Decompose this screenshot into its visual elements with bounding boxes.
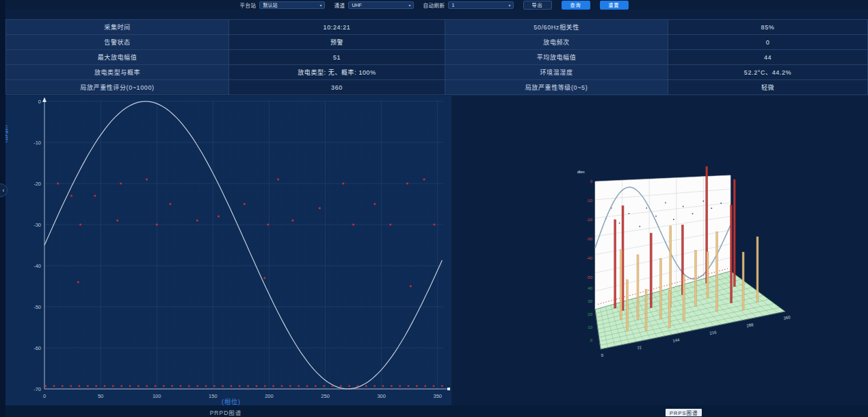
svg-text:-10: -10 [34, 140, 41, 146]
svg-text:10: 10 [588, 325, 592, 329]
svg-text:-70: -70 [34, 386, 41, 392]
table-value-cell: 360 [229, 80, 445, 95]
bottom-strip [0, 405, 868, 417]
table-value-cell: 85% [668, 20, 868, 35]
svg-text:300: 300 [377, 393, 386, 399]
prpd-x-axis-label: (相位) [222, 398, 241, 405]
toolbar-select-1[interactable]: UHF▾ [348, 1, 414, 9]
toolbar-field-label: 自动刷新 [423, 1, 445, 9]
table-label-cell: 告警状态 [6, 35, 229, 50]
toolbar-field-label: 平台站 [240, 1, 257, 9]
table-label-cell: 环境温湿度 [445, 65, 668, 80]
prps-chart-panel: dbm0-10-20-30-40-50403020100072144216288… [575, 166, 800, 366]
table-label-cell: 放电频次 [445, 35, 668, 50]
table-value-cell: 44 [668, 50, 868, 65]
chevron-down-icon: ▾ [408, 3, 410, 8]
prpd-chart: 0501001502002503003500-10-20-30-40-50-60… [5, 96, 451, 405]
svg-text:100: 100 [153, 393, 161, 399]
prpd-chart-panel: 0501001502002503003500-10-20-30-40-50-60… [5, 96, 451, 405]
table-value-cell: 放电类型: 无、概率: 100% [229, 65, 445, 80]
table-label-cell: 采集时间 [6, 20, 229, 35]
toolbar-select-value: 1 [452, 3, 455, 8]
svg-text:0: 0 [43, 393, 46, 399]
table-value-cell: 51 [229, 50, 445, 65]
svg-text:0: 0 [38, 99, 41, 105]
table-label-cell: 50/60Hz相关性 [445, 20, 668, 35]
svg-text:-20: -20 [34, 181, 41, 187]
table-value-cell: 0 [668, 35, 868, 50]
svg-text:-60: -60 [34, 345, 41, 351]
svg-text:-40: -40 [586, 256, 592, 260]
table-value-cell: 10:24:21 [229, 20, 445, 35]
svg-text:0: 0 [601, 353, 604, 358]
chevron-left-icon: ‹ [3, 187, 5, 194]
svg-text:-30: -30 [586, 237, 592, 241]
table-value-cell: 预警 [229, 35, 445, 50]
svg-text:350: 350 [434, 393, 443, 399]
svg-text:-20: -20 [586, 218, 592, 222]
toolbar-button-1[interactable]: 查询 [562, 1, 590, 10]
prps-chart-caption-badge[interactable]: PRPS图谱 [666, 409, 702, 416]
svg-text:288: 288 [746, 323, 754, 328]
svg-text:-10: -10 [586, 199, 592, 203]
table-label-cell: 局放严重性等级(0~5) [445, 80, 668, 95]
svg-text:144: 144 [672, 338, 681, 343]
toolbar-button-2[interactable]: 重置 [600, 1, 629, 10]
toolbar-select-value: 默认站 [263, 1, 278, 8]
chevron-down-icon: ▾ [319, 3, 321, 8]
table-value-cell: 轻微 [668, 80, 868, 95]
toolbar-field-2: 自动刷新1▾ [423, 1, 514, 9]
table-label-cell: 最大放电幅值 [6, 50, 229, 65]
svg-text:20: 20 [588, 312, 592, 316]
table-value-cell: 52.2°C、44.2% [668, 65, 868, 80]
toolbar-field-0: 平台站默认站▾ [240, 1, 325, 9]
toolbar-select-value: UHF [352, 3, 362, 8]
svg-text:dbm: dbm [577, 170, 585, 174]
table-label-cell: 局放严重性评分(0~1000) [6, 80, 229, 95]
table-label-cell: 平均放电幅值 [445, 50, 668, 65]
svg-text:72: 72 [637, 345, 642, 350]
svg-text:200: 200 [265, 393, 274, 399]
svg-text:-40: -40 [34, 263, 41, 269]
svg-text:-30: -30 [34, 222, 41, 228]
chevron-down-icon: ▾ [508, 3, 510, 8]
svg-text:50: 50 [98, 393, 103, 399]
top-toolbar: 平台站默认站▾通道UHF▾自动刷新1▾导出查询重置 [0, 0, 868, 10]
svg-text:150: 150 [209, 393, 218, 399]
svg-text:360: 360 [783, 315, 791, 320]
svg-text:0: 0 [590, 338, 593, 342]
left-edge-strip [0, 0, 5, 417]
svg-text:40: 40 [588, 286, 592, 290]
svg-text:0: 0 [590, 179, 593, 184]
prpd-chart-caption: PRPD图谱 [171, 408, 280, 416]
svg-text:30: 30 [588, 299, 592, 303]
toolbar-field-1: 通道UHF▾ [334, 1, 414, 9]
svg-text:250: 250 [321, 393, 330, 399]
table-label-cell: 放电类型与概率 [6, 65, 229, 80]
toolbar-button-0[interactable]: 导出 [523, 1, 552, 10]
svg-text:-50: -50 [586, 275, 592, 279]
svg-text:216: 216 [709, 330, 718, 336]
prps-chart: dbm0-10-20-30-40-50403020100072144216288… [575, 166, 800, 366]
status-info-table: 采集时间10:24:2150/60Hz相关性85%告警状态预警放电频次0最大放电… [5, 19, 868, 94]
svg-text:-50: -50 [34, 304, 41, 310]
toolbar-select-2[interactable]: 1▾ [448, 1, 514, 9]
toolbar-select-0[interactable]: 默认站▾ [259, 1, 325, 9]
toolbar-field-label: 通道 [334, 1, 345, 9]
